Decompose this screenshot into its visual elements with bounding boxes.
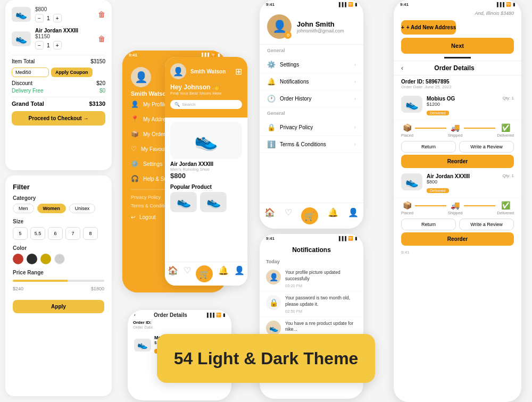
review-button-2[interactable]: Write a Review [459, 219, 514, 230]
color-red[interactable] [13, 254, 23, 264]
battery-icon: ▮ [355, 2, 357, 7]
placed-label: Placed [401, 133, 413, 138]
add-address-button[interactable]: + + Add New Address [401, 20, 456, 35]
overlay-badge: 54 Light & Dark Theme [157, 334, 375, 383]
tab-home-icon[interactable]: 🏠 [168, 265, 178, 282]
order-meta-id: Order ID: 58967895 [401, 79, 514, 85]
tab-cart-icon[interactable]: 🛒 [196, 265, 213, 282]
tracking-row-1: 📦 Placed 🚚 Shipped ✅ Delivered [394, 120, 521, 141]
popular-item-1[interactable]: 👟 [170, 192, 197, 212]
reorder-button-1[interactable]: Reorder [401, 155, 514, 168]
address-icon: 📍 [131, 115, 139, 123]
filter-price: Price Range $240 $1800 [13, 270, 104, 291]
action-row-1: Return Write a Review [394, 141, 521, 153]
settings-menu-row[interactable]: ⚙️ Settings › [260, 56, 363, 73]
cart-item-price-2: $1150 [35, 34, 94, 39]
color-gold[interactable] [40, 254, 51, 264]
qty-decrease-1[interactable]: − [35, 14, 44, 22]
phone4-status-bar: ‹ Order Details ▐▐▐ 🛜 ▮ [128, 310, 231, 320]
phone4-title: Order Details [154, 312, 187, 318]
reorder-button-2[interactable]: Reorder [401, 232, 514, 246]
notif-time-2: 02:50 PM [285, 309, 357, 314]
apply-coupon-button[interactable]: Apply Coupon [51, 68, 93, 77]
product-image: 👟 [170, 122, 242, 159]
return-button-1[interactable]: Return [401, 141, 456, 153]
size-7[interactable]: 7 [65, 227, 80, 240]
settings-icon: ⚙️ [131, 160, 139, 168]
phone1-home-header: 👤 Smith Watson ⊞ Hey Johnson 👋 Find Your… [165, 57, 247, 118]
cart-item-1: 👟 $800 − 1 + 🗑 [12, 6, 105, 22]
tab2-person-icon[interactable]: 👤 [348, 207, 359, 224]
color-black[interactable] [27, 254, 37, 264]
action-row-2: Return Write a Review [394, 219, 521, 230]
tab2-heart-icon[interactable]: ♡ [285, 207, 292, 224]
phone4-back[interactable]: ‹ [134, 313, 136, 317]
delivery-row: Delivery Free $0 [12, 88, 105, 94]
settings-chevron: › [354, 62, 356, 68]
signal-icon: ▐▐▐ [495, 2, 504, 7]
notifications-menu-row[interactable]: 🔔 Notifications › [260, 73, 363, 90]
order-details-header: ‹ Order Details [394, 61, 521, 76]
profile-name: John Smith [297, 20, 344, 28]
size-5[interactable]: 5 [13, 227, 28, 240]
next-button[interactable]: Next [401, 38, 514, 54]
clock-icon: 🕐 [267, 95, 276, 103]
profile-avatar: 👤 ⚙ [267, 14, 292, 39]
delete-item-1[interactable]: 🗑 [98, 10, 105, 19]
shoe-image-2: 👟 [12, 31, 31, 46]
placed-icon-2: 📦 [403, 201, 412, 210]
phone4-shoe-img: 👟 [134, 339, 151, 351]
delete-item-2[interactable]: 🗑 [98, 35, 105, 43]
size-8[interactable]: 8 [83, 227, 98, 240]
notif-text-3: You have a nre product update for nike..… [285, 321, 357, 333]
tab2-cart-icon[interactable]: 🛒 [301, 207, 318, 224]
lock-icon: 🔒 [267, 123, 276, 131]
tab2-home-icon[interactable]: 🏠 [264, 207, 275, 224]
filter-panel: Filter Category Men Women Unisex Size 5 … [5, 175, 112, 396]
cart-panel: 👟 $800 − 1 + 🗑 👟 Air Jordan XXXIII $1150… [5, 0, 112, 170]
profile-badge: ⚙ [284, 31, 292, 39]
tab-heart-icon[interactable]: ♡ [184, 265, 191, 282]
shipped-icon: 🚚 [451, 123, 460, 132]
home-avatar: 👤 [170, 63, 186, 79]
coupon-input[interactable] [12, 68, 49, 77]
coupon-row: Apply Coupon [12, 68, 105, 77]
terms-conditions-row[interactable]: ℹ️ Terms & Conditions › [260, 136, 363, 153]
apply-filter-button[interactable]: Apply [13, 300, 104, 313]
bell-icon: 🔔 [267, 78, 276, 86]
review-button-1[interactable]: Write a Review [459, 141, 514, 153]
size-55[interactable]: 5.5 [30, 227, 45, 240]
price-range-track[interactable] [13, 280, 104, 282]
tracking-delivered-2: ✅ Delivered [497, 201, 514, 215]
filter-size-label: Size [13, 219, 104, 224]
product-type: Men's Running Shoe [170, 167, 242, 172]
filter-tag-women[interactable]: Women [37, 204, 66, 213]
signal-icon: ▐▐▐ [205, 313, 214, 317]
phone5-wrapper: 9:41 ▐▐▐ 🛜 ▮ And, Illinois $3480 + + Add… [394, 0, 521, 402]
order-product-qty-2: Qty: 1 [503, 173, 514, 178]
tab2-bell-icon[interactable]: 🔔 [328, 207, 338, 224]
qty-decrease-2[interactable]: − [35, 41, 44, 49]
phone5: 9:41 ▐▐▐ 🛜 ▮ And, Illinois $3480 + + Add… [394, 0, 521, 402]
tracking-shipped-2: 🚚 Shipped [448, 201, 463, 215]
filter-tag-men[interactable]: Men [13, 204, 34, 213]
search-bar[interactable]: 🔍 Search [170, 100, 242, 109]
popular-item-2[interactable]: 👟 [200, 192, 227, 212]
add-address-label: + Add New Address [406, 24, 456, 30]
qty-increase-2[interactable]: + [53, 41, 62, 49]
order-meta: Order ID: 58967895 Order Date: June 25, … [394, 76, 521, 93]
qty-increase-1[interactable]: + [53, 14, 62, 22]
privacy-policy-row[interactable]: 🔒 Privacy Policy › [260, 119, 363, 136]
return-button-2[interactable]: Return [401, 219, 456, 230]
phone1-time: 9:41 [129, 53, 137, 57]
size-6[interactable]: 6 [48, 227, 63, 240]
back-icon[interactable]: ‹ [401, 64, 403, 72]
tab-bell-icon[interactable]: 🔔 [218, 265, 229, 282]
color-white[interactable] [54, 254, 65, 264]
tracking-shipped-1: 🚚 Shipped [448, 123, 463, 138]
order-history-menu-row[interactable]: 🕐 Order History › [260, 90, 363, 107]
checkout-button[interactable]: Proceed to Checkout → [12, 111, 105, 125]
filter-tag-unisex[interactable]: Unisex [69, 204, 96, 213]
tab-person-icon[interactable]: 👤 [234, 265, 245, 282]
order-product-badge-1: Delivered [427, 111, 449, 115]
